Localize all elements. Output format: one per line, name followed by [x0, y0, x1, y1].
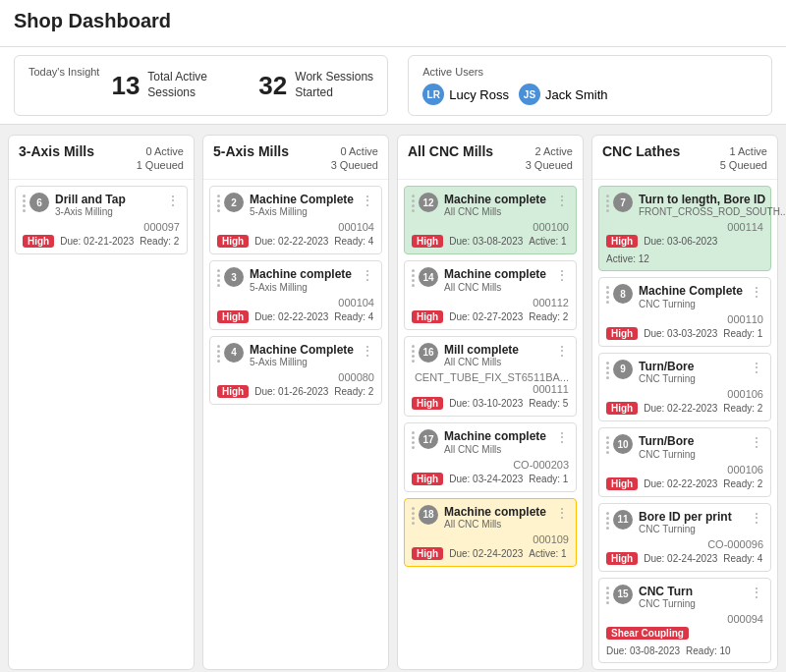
job-ready: Active: 1	[529, 548, 566, 559]
job-due: Due: 01-26-2023	[254, 386, 328, 397]
job-menu-dots[interactable]: ⋮	[746, 510, 763, 526]
job-ready: Ready: 4	[334, 236, 373, 247]
job-order: CO-000096	[606, 538, 763, 550]
job-card[interactable]: 11 Bore ID per print CNC Turning ⋮ CO-00…	[598, 503, 771, 572]
column-queued: 3 Queued	[213, 159, 378, 171]
insight-label: Today's Insight	[28, 66, 99, 99]
user-avatar: LR	[422, 84, 444, 105]
job-menu-dots[interactable]: ⋮	[357, 343, 374, 359]
column-active: 0 Active	[145, 145, 184, 157]
job-card[interactable]: 9 Turn/Bore CNC Turning ⋮ 000106 High Du…	[598, 353, 771, 421]
job-ready: Active: 12	[606, 253, 649, 264]
job-name: Bore ID per print	[639, 510, 746, 524]
job-due: Due: 02-24-2023	[449, 548, 523, 559]
job-card[interactable]: 18 Machine complete All CNC Mills ⋮ 0001…	[404, 498, 577, 567]
job-card[interactable]: 7 Turn to length, Bore ID FRONT_CROSS_RO…	[598, 186, 771, 271]
drag-handle	[217, 193, 220, 214]
job-card[interactable]: 14 Machine complete All CNC Mills ⋮ 0001…	[404, 260, 577, 329]
job-sub: 5-Axis Milling	[250, 282, 357, 293]
job-ready: Ready: 2	[334, 386, 373, 397]
priority-badge: High	[606, 552, 638, 565]
user-name: Jack Smith	[545, 87, 608, 102]
job-card[interactable]: 10 Turn/Bore CNC Turning ⋮ 000106 High D…	[598, 427, 771, 496]
drag-handle	[606, 360, 609, 381]
job-card[interactable]: 16 Mill complete All CNC Mills ⋮ CENT_TU…	[404, 336, 577, 417]
job-menu-dots[interactable]: ⋮	[357, 267, 374, 283]
job-due: Due: 02-22-2023	[254, 236, 328, 247]
job-card[interactable]: 2 Machine Complete 5-Axis Milling ⋮ 0001…	[209, 186, 382, 254]
job-number: 11	[613, 510, 633, 530]
job-menu-dots[interactable]: ⋮	[357, 193, 374, 208]
job-menu-dots[interactable]: ⋮	[746, 434, 763, 450]
job-number: 17	[419, 429, 438, 449]
job-due: Due: 02-24-2023	[644, 553, 717, 564]
job-name: Machine complete	[444, 505, 551, 519]
job-due: Due: 02-27-2023	[449, 311, 523, 322]
job-number: 7	[613, 193, 633, 212]
job-card[interactable]: 8 Machine Complete CNC Turning ⋮ 000110 …	[598, 277, 771, 346]
job-due: Due: 02-22-2023	[644, 478, 717, 489]
users-list: LRLucy RossJSJack Smith	[422, 84, 758, 105]
job-ready: Ready: 1	[529, 474, 568, 484]
column-title: 3-Axis Mills	[19, 143, 94, 159]
job-card[interactable]: 4 Machine Complete 5-Axis Milling ⋮ 0000…	[209, 336, 382, 405]
job-sub: All CNC Mills	[444, 357, 551, 367]
job-sub: All CNC Mills	[444, 206, 551, 217]
job-number: 8	[613, 284, 633, 304]
priority-badge: High	[412, 235, 443, 248]
job-column-5axis: 5-Axis Mills 0 Active 3 Queued 2 Machine…	[202, 135, 389, 670]
job-menu-dots[interactable]: ⋮	[551, 429, 569, 445]
stat-work-sessions: 32 Work Sessions Started	[258, 70, 373, 100]
job-sub: 5-Axis Milling	[250, 357, 357, 367]
job-menu-dots[interactable]: ⋮	[551, 267, 569, 283]
job-name: Machine complete	[250, 267, 357, 281]
job-card[interactable]: 12 Machine complete All CNC Mills ⋮ 0001…	[404, 186, 577, 254]
column-header: 5-Axis Mills 0 Active 3 Queued	[203, 136, 388, 180]
job-column-cnclathes: CNC Lathes 1 Active 5 Queued 7 Turn to l…	[591, 135, 778, 670]
drag-handle	[412, 267, 415, 289]
drag-handle	[412, 429, 415, 451]
job-sub: All CNC Mills	[444, 519, 551, 530]
drag-handle	[217, 267, 220, 289]
priority-badge: High	[606, 327, 638, 340]
job-menu-dots[interactable]: ⋮	[746, 585, 763, 600]
page-header: Shop Dashboard Today's Insight 13 Total …	[0, 0, 786, 125]
job-due: Due: 02-21-2023	[60, 236, 134, 247]
job-menu-dots[interactable]: ⋮	[551, 193, 569, 208]
job-order: 000080	[217, 371, 374, 383]
insight-box: Today's Insight 13 Total Active Sessions…	[14, 55, 388, 116]
job-ready: Ready: 5	[529, 398, 568, 409]
job-number: 4	[224, 343, 244, 363]
job-name: Mill complete	[444, 343, 551, 357]
job-card[interactable]: 3 Machine complete 5-Axis Milling ⋮ 0001…	[209, 260, 382, 329]
job-number: 3	[224, 267, 244, 287]
job-card[interactable]: 6 Drill and Tap 3-Axis Milling ⋮ 000097 …	[15, 186, 188, 254]
drag-handle	[23, 193, 26, 214]
job-column-allcnc: All CNC Mills 2 Active 3 Queued 12 Machi…	[397, 135, 584, 670]
job-ready: Ready: 4	[334, 311, 373, 322]
job-sub: CNC Turning	[639, 449, 746, 460]
job-ready: Ready: 2	[529, 311, 568, 322]
job-number: 18	[419, 505, 438, 525]
job-name: Turn to length, Bore ID	[639, 193, 786, 206]
job-menu-dots[interactable]: ⋮	[746, 284, 763, 300]
job-menu-dots[interactable]: ⋮	[551, 505, 569, 521]
job-number: 15	[613, 585, 633, 604]
active-users-box: Active Users LRLucy RossJSJack Smith	[408, 55, 772, 116]
job-menu-dots[interactable]: ⋮	[551, 343, 569, 359]
job-number: 10	[613, 434, 633, 454]
job-sub: All CNC Mills	[444, 282, 551, 293]
job-menu-dots[interactable]: ⋮	[746, 360, 763, 375]
job-order: 000110	[606, 313, 763, 325]
job-card[interactable]: 15 CNC Turn CNC Turning ⋮ 000094 Shear C…	[598, 578, 771, 663]
job-number: 16	[419, 343, 438, 363]
column-header: 3-Axis Mills 0 Active 1 Queued	[9, 136, 194, 180]
job-name: Machine complete	[444, 267, 551, 281]
priority-badge: High	[606, 402, 638, 415]
job-sub: CNC Turning	[639, 524, 746, 534]
column-header: All CNC Mills 2 Active 3 Queued	[398, 136, 583, 180]
job-menu-dots[interactable]: ⋮	[162, 193, 180, 208]
job-card[interactable]: 17 Machine complete All CNC Mills ⋮ CO-0…	[404, 422, 577, 491]
job-number: 2	[224, 193, 244, 212]
job-ready: Ready: 1	[723, 328, 762, 339]
